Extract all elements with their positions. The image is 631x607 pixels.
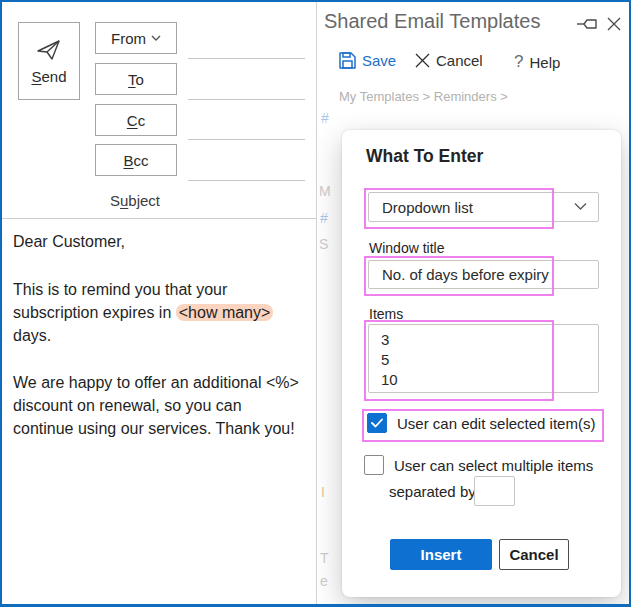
items-textarea[interactable] bbox=[368, 324, 599, 393]
bcc-button[interactable]: Bcc bbox=[95, 144, 177, 176]
from-button-label: From bbox=[111, 30, 146, 47]
cc-input-line[interactable] bbox=[188, 139, 305, 140]
to-input-line[interactable] bbox=[188, 99, 305, 100]
bcc-input-line[interactable] bbox=[188, 180, 305, 181]
obscured-panel-text: e bbox=[320, 573, 328, 589]
multi-select-checkbox[interactable] bbox=[364, 455, 384, 475]
from-input-line[interactable] bbox=[188, 58, 305, 59]
obscured-panel-text: I bbox=[321, 484, 325, 500]
addin-pane-title: Shared Email Templates bbox=[324, 10, 540, 33]
send-button[interactable]: Send bbox=[18, 22, 80, 100]
field-type-selected-value: Dropdown list bbox=[382, 199, 473, 216]
to-button[interactable]: To bbox=[95, 63, 177, 95]
save-floppy-icon bbox=[339, 52, 356, 69]
dialog-cancel-button[interactable]: Cancel bbox=[499, 539, 569, 570]
breadcrumb[interactable]: My Templates > Reminders > bbox=[339, 89, 508, 104]
edit-items-checkbox[interactable] bbox=[367, 413, 387, 433]
items-label: Items bbox=[369, 306, 403, 322]
window-title-input[interactable] bbox=[368, 260, 599, 289]
pane-divider bbox=[316, 2, 317, 604]
edit-items-checkbox-row[interactable]: User can edit selected item(s) bbox=[367, 413, 595, 433]
save-button[interactable]: Save bbox=[339, 52, 396, 69]
field-type-select[interactable]: Dropdown list bbox=[368, 192, 599, 222]
edit-items-checkbox-label: User can edit selected item(s) bbox=[397, 415, 595, 432]
cc-button[interactable]: Cc bbox=[95, 104, 177, 136]
obscured-panel-text: M bbox=[319, 183, 331, 199]
send-button-label: Send bbox=[31, 68, 66, 85]
cc-button-label: Cc bbox=[127, 112, 145, 129]
cancel-edit-button[interactable]: Cancel bbox=[415, 52, 483, 69]
email-body-paragraph: We are happy to offer an additional <%> … bbox=[13, 371, 309, 440]
macro-highlight: <how many> bbox=[176, 304, 274, 321]
subject-label: Subject bbox=[95, 192, 175, 209]
dialog-title: What To Enter bbox=[366, 146, 483, 167]
to-button-label: To bbox=[128, 71, 144, 88]
multi-select-checkbox-label: User can select multiple items bbox=[394, 457, 593, 474]
help-question-icon: ? bbox=[514, 52, 523, 72]
separator-input[interactable] bbox=[474, 476, 515, 506]
multi-select-checkbox-row[interactable]: User can select multiple items bbox=[364, 455, 593, 475]
from-button[interactable]: From bbox=[95, 22, 177, 54]
obscured-panel-text: # bbox=[321, 110, 329, 126]
bcc-button-label: Bcc bbox=[123, 152, 148, 169]
pin-icon bbox=[577, 17, 599, 31]
chevron-down-icon bbox=[151, 35, 161, 42]
cancel-button-label: Cancel bbox=[436, 52, 483, 69]
outlook-compose-window: Send From To Cc Bcc Subject Dear Custome… bbox=[0, 0, 631, 607]
help-button-label: Help bbox=[529, 54, 560, 71]
insert-button[interactable]: Insert bbox=[390, 539, 492, 570]
obscured-panel-text: T bbox=[320, 550, 329, 566]
compose-header-separator bbox=[2, 218, 316, 219]
what-to-enter-dialog: What To Enter Dropdown list Window title… bbox=[342, 130, 621, 597]
save-button-label: Save bbox=[362, 52, 396, 69]
close-icon bbox=[607, 17, 621, 31]
separated-by-label: separated by bbox=[389, 483, 476, 500]
chevron-down-icon bbox=[574, 202, 587, 211]
window-title-label: Window title bbox=[369, 240, 444, 256]
checkmark-icon bbox=[371, 418, 383, 428]
cancel-x-icon bbox=[415, 53, 430, 68]
obscured-panel-text: # bbox=[320, 210, 328, 226]
close-pane-button[interactable] bbox=[604, 15, 624, 33]
obscured-panel-text: S bbox=[319, 236, 328, 252]
help-button[interactable]: ? Help bbox=[514, 52, 560, 72]
pin-pane-button[interactable] bbox=[576, 15, 600, 33]
email-body-greeting: Dear Customer, bbox=[13, 230, 309, 253]
send-paper-plane-icon bbox=[36, 38, 62, 62]
email-body-paragraph: This is to remind you that your subscrip… bbox=[13, 278, 309, 347]
